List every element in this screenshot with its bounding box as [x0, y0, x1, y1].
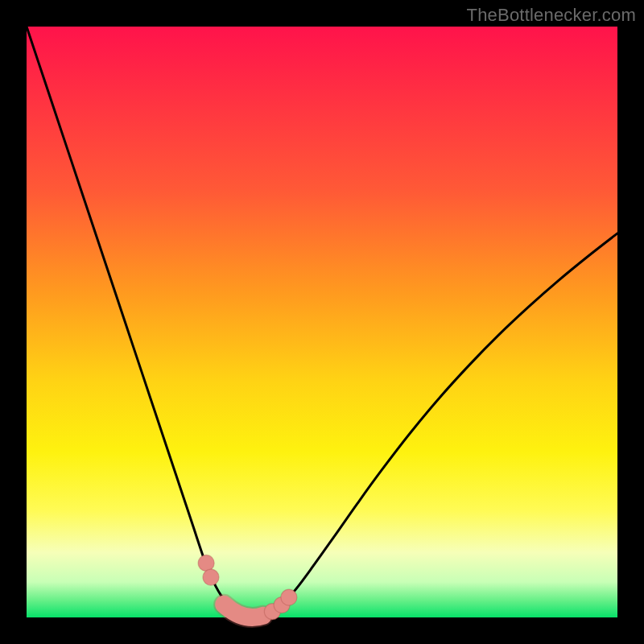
watermark-text: TheBottlenecker.com	[467, 5, 636, 26]
plot-area	[27, 27, 617, 617]
chart-svg	[27, 27, 617, 617]
marker-dot	[203, 569, 219, 585]
curve-path	[27, 27, 617, 617]
chart-frame: TheBottlenecker.com	[0, 0, 644, 644]
marker-dot	[198, 555, 214, 571]
bottleneck-curve	[27, 27, 617, 617]
marker-dot	[281, 589, 297, 605]
marker-group	[198, 555, 297, 619]
